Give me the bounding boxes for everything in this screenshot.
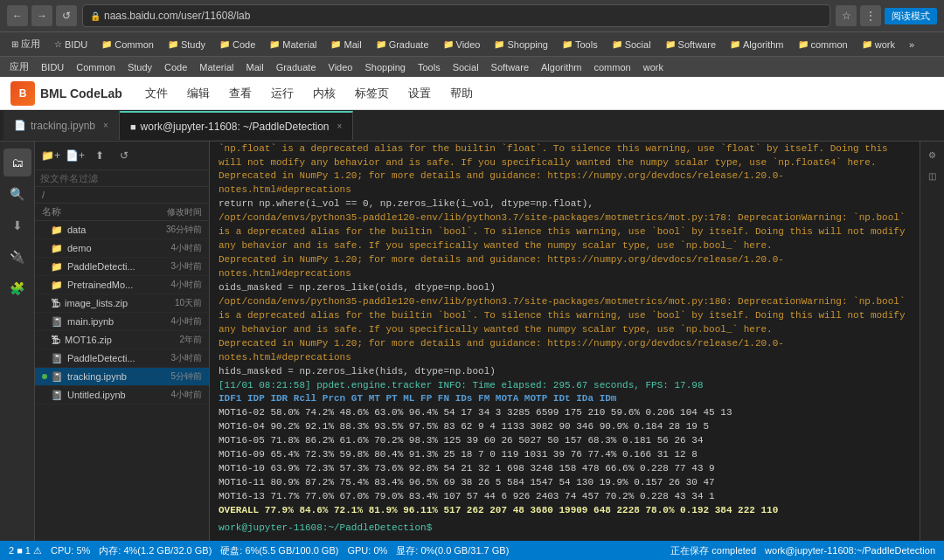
bookmark-item-code[interactable]: 📁Code bbox=[213, 35, 261, 54]
output-area[interactable]: you specifically wanted the numpy scalar… bbox=[210, 142, 920, 541]
jupyter-menu: 文件编辑查看运行内核标签页设置帮助 bbox=[136, 82, 482, 105]
bookmark-icon: ⊞ bbox=[11, 39, 18, 49]
file-header: 名称 修改时间 bbox=[35, 204, 209, 221]
menu-item-运行[interactable]: 运行 bbox=[262, 82, 302, 105]
bookmark-item-study[interactable]: 📁Study bbox=[162, 35, 212, 54]
sidebar-icon-plugin[interactable]: 🔌 bbox=[3, 243, 31, 271]
file-type-icon: 📁 bbox=[51, 261, 63, 273]
refresh-button[interactable]: ↺ bbox=[56, 5, 77, 26]
app-item-shopping[interactable]: Shopping bbox=[360, 61, 410, 73]
bookmark-item-graduate[interactable]: 📁Graduate bbox=[370, 35, 435, 54]
tab-tab2[interactable]: ■work@jupyter-11608: ~/PaddleDetection× bbox=[120, 111, 353, 140]
tab-tab1[interactable]: 📄tracking.ipynb× bbox=[3, 111, 120, 140]
app-item-应用[interactable]: 应用 bbox=[5, 59, 33, 74]
back-button[interactable]: ← bbox=[7, 5, 28, 26]
bookmark-item-应用[interactable]: ⊞应用 bbox=[5, 35, 46, 54]
side-btn-2[interactable]: ◫ bbox=[923, 166, 942, 185]
app-item-work[interactable]: work bbox=[639, 61, 668, 73]
app-item-study[interactable]: Study bbox=[123, 61, 156, 73]
file-item[interactable]: 🗜image_lists.zip10天前 bbox=[35, 294, 209, 313]
output-line: MOT16-05 71.8% 86.2% 61.6% 70.2% 98.3% 1… bbox=[219, 434, 911, 448]
app-item-mail[interactable]: Mail bbox=[241, 61, 267, 73]
output-line: OVERALL 77.9% 84.6% 72.1% 81.9% 96.11% 5… bbox=[219, 504, 911, 518]
bookmark-item-shopping[interactable]: 📁Shopping bbox=[488, 35, 554, 54]
file-name: PaddleDetecti... bbox=[67, 353, 170, 363]
file-item[interactable]: 📁PretrainedMo...4小时前 bbox=[35, 276, 209, 294]
menu-item-查看[interactable]: 查看 bbox=[220, 82, 260, 105]
output-line: work@jupyter-11608:~/PaddleDetection$ bbox=[219, 522, 911, 536]
menu-item-帮助[interactable]: 帮助 bbox=[441, 82, 482, 105]
app-item-common[interactable]: Common bbox=[72, 61, 120, 73]
app-item-software[interactable]: Software bbox=[487, 61, 533, 73]
menu-item-编辑[interactable]: 编辑 bbox=[178, 82, 219, 105]
file-item[interactable]: 🗜MOT16.zip2年前 bbox=[35, 331, 209, 349]
bookmark-item-common[interactable]: 📁Common bbox=[95, 35, 160, 54]
file-item[interactable]: 📁PaddleDetecti...3小时前 bbox=[35, 258, 209, 276]
file-item[interactable]: 📓Untitled.ipynb4小时前 bbox=[35, 386, 209, 404]
bookmark-label: Video bbox=[456, 39, 481, 50]
filter-box[interactable] bbox=[35, 170, 209, 187]
app-item-social[interactable]: Social bbox=[448, 61, 483, 73]
file-item[interactable]: 📁data36分钟前 bbox=[35, 221, 209, 239]
bookmark-label: Shopping bbox=[507, 39, 548, 50]
output-line: MOT16-11 80.9% 87.2% 75.4% 83.4% 96.5% 6… bbox=[219, 476, 911, 490]
forward-button[interactable]: → bbox=[31, 5, 52, 26]
menu-item-标签页[interactable]: 标签页 bbox=[346, 82, 398, 105]
bookmark-item-bidu[interactable]: ☆BIDU bbox=[48, 35, 94, 54]
bookmark-item-social[interactable]: 📁Social bbox=[606, 35, 657, 54]
tab-close-button[interactable]: × bbox=[103, 121, 108, 130]
file-type-icon: 📁 bbox=[51, 280, 63, 291]
file-item[interactable]: 📓tracking.ipynb5分钟前 bbox=[35, 368, 209, 386]
sidebar-icon-files[interactable]: 🗂 bbox=[3, 149, 31, 176]
output-line: hids_masked = np.zeros_like(hids, dtype=… bbox=[219, 365, 911, 379]
menu-item-文件[interactable]: 文件 bbox=[136, 82, 177, 105]
app-item-material[interactable]: Material bbox=[195, 61, 238, 73]
bookmark-icon: 📁 bbox=[219, 39, 230, 49]
app-item-graduate[interactable]: Graduate bbox=[272, 61, 321, 73]
new-folder-button[interactable]: 📁+ bbox=[40, 145, 61, 166]
bookmark-item-tools[interactable]: 📁Tools bbox=[556, 35, 604, 54]
output-line: Deprecated in NumPy 1.20; for more detai… bbox=[219, 169, 911, 197]
bookmark-item-material[interactable]: 📁Material bbox=[263, 35, 323, 54]
app-item-video[interactable]: Video bbox=[324, 61, 357, 73]
status-memory: 内存: 4%(1.2 GB/32.0 GB) bbox=[99, 544, 212, 557]
output-line: oids_masked = np.zeros_like(oids, dtype=… bbox=[219, 281, 911, 295]
bookmark-label: » bbox=[909, 39, 914, 50]
new-file-button[interactable]: 📄+ bbox=[65, 145, 86, 166]
filter-input[interactable] bbox=[40, 173, 204, 183]
menu-button[interactable]: ⋮ bbox=[860, 5, 881, 26]
tab-label: tracking.ipynb bbox=[31, 120, 95, 132]
bookmark-item-»[interactable]: » bbox=[903, 35, 920, 54]
app-item-code[interactable]: Code bbox=[160, 61, 191, 73]
app-item-tools[interactable]: Tools bbox=[413, 61, 445, 73]
tab-close-button[interactable]: × bbox=[337, 121, 343, 131]
refresh-files-button[interactable]: ↺ bbox=[114, 145, 135, 166]
address-bar[interactable]: 🔒 naas.baidu.com/user/11608/lab bbox=[82, 4, 830, 27]
reading-mode-button[interactable]: 阅读模式 bbox=[885, 8, 937, 24]
file-item[interactable]: 📓main.ipynb4小时前 bbox=[35, 313, 209, 331]
app-item-common[interactable]: common bbox=[590, 61, 635, 73]
bookmark-item-software[interactable]: 📁Software bbox=[659, 35, 722, 54]
output-line: Deprecated in NumPy 1.20; for more detai… bbox=[219, 337, 911, 365]
output-line: /opt/conda/envs/python35-paddle120-env/l… bbox=[219, 211, 911, 253]
sidebar-icon-ext[interactable]: 🧩 bbox=[3, 274, 31, 302]
sidebar-icon-search[interactable]: 🔍 bbox=[3, 180, 31, 208]
bookmark-item-algorithm[interactable]: 📁Algorithm bbox=[724, 35, 789, 54]
star-button[interactable]: ☆ bbox=[836, 5, 857, 26]
bookmark-item-mail[interactable]: 📁Mail bbox=[324, 35, 367, 54]
bookmark-item-work[interactable]: 📁work bbox=[856, 35, 901, 54]
bookmark-item-video[interactable]: 📁Video bbox=[437, 35, 487, 54]
upload-button[interactable]: ⬆ bbox=[89, 145, 110, 166]
menu-item-设置[interactable]: 设置 bbox=[399, 82, 440, 105]
app-item-bidu[interactable]: BIDU bbox=[37, 61, 68, 73]
side-btn-1[interactable]: ⚙ bbox=[923, 145, 942, 164]
bookmark-item-common[interactable]: 📁common bbox=[792, 35, 854, 54]
file-item[interactable]: 📁demo4小时前 bbox=[35, 239, 209, 258]
file-panel: 📁+ 📄+ ⬆ ↺ / 名称 修改时间 📁data36分钟前📁demo4小时前📁… bbox=[35, 142, 210, 541]
bookmark-label: Algorithm bbox=[743, 39, 783, 50]
file-type-icon: 📓 bbox=[51, 353, 63, 364]
menu-item-内核[interactable]: 内核 bbox=[304, 82, 344, 105]
sidebar-icon-download[interactable]: ⬇ bbox=[3, 211, 31, 239]
app-item-algorithm[interactable]: Algorithm bbox=[537, 61, 586, 73]
file-item[interactable]: 📓PaddleDetecti...3小时前 bbox=[35, 349, 209, 368]
